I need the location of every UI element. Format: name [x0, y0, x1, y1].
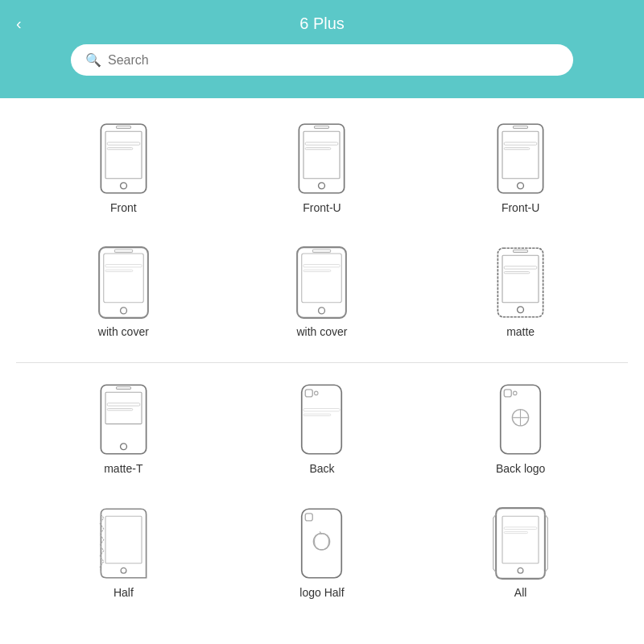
item-label: matte [506, 325, 535, 338]
section-divider [16, 362, 628, 363]
svg-rect-31 [502, 255, 539, 303]
svg-rect-11 [306, 148, 332, 150]
svg-rect-62 [504, 531, 527, 533]
page-title: 6 Plus [299, 14, 345, 33]
svg-rect-17 [504, 148, 530, 150]
svg-rect-1 [105, 131, 142, 179]
header: ‹ 6 Plus 🔍 [0, 0, 644, 98]
svg-rect-9 [315, 126, 329, 129]
item-label: matte-T [104, 462, 142, 475]
svg-rect-4 [107, 142, 140, 145]
phone-icon-logo-half [291, 507, 352, 580]
item-label: Back [309, 462, 334, 475]
svg-rect-23 [105, 270, 133, 271]
back-button[interactable]: ‹ [16, 14, 22, 33]
phone-icon-back [291, 383, 352, 456]
svg-point-32 [518, 307, 524, 313]
svg-rect-27 [313, 250, 332, 252]
svg-rect-41 [107, 409, 133, 411]
svg-point-20 [120, 308, 126, 314]
svg-point-44 [315, 391, 319, 395]
phone-icon-with-cover [93, 246, 154, 319]
phone-icon-front [93, 122, 154, 195]
svg-rect-45 [303, 409, 340, 411]
svg-point-14 [518, 183, 524, 189]
svg-rect-16 [504, 142, 537, 145]
svg-rect-19 [104, 254, 144, 303]
list-item[interactable]: Front-U [274, 122, 370, 214]
svg-rect-59 [502, 516, 539, 564]
item-label: All [514, 586, 527, 599]
phone-icon-matte [490, 246, 551, 319]
phone-icon-front-u2 [490, 122, 551, 195]
svg-rect-46 [303, 414, 331, 415]
list-item[interactable]: Back logo [473, 383, 569, 475]
item-label: with cover [98, 325, 149, 338]
svg-rect-21 [114, 250, 133, 252]
list-item[interactable]: All [473, 507, 569, 599]
svg-point-54 [121, 568, 126, 573]
list-item[interactable]: Back [274, 383, 370, 475]
svg-rect-53 [105, 516, 142, 564]
svg-rect-29 [303, 270, 331, 271]
list-item[interactable]: matte-T [75, 383, 171, 475]
svg-rect-33 [514, 250, 528, 253]
item-label: Back logo [496, 462, 545, 475]
grid-section-3: matte-T Back [0, 375, 644, 499]
svg-rect-35 [504, 272, 530, 274]
svg-rect-3 [116, 126, 130, 129]
svg-rect-40 [107, 403, 140, 406]
svg-rect-25 [302, 254, 342, 303]
phone-icon-matte-t [93, 383, 154, 456]
item-label: Front [110, 201, 137, 214]
list-item[interactable]: Half [75, 507, 171, 599]
item-label: Front-U [303, 201, 341, 214]
svg-point-38 [120, 444, 126, 450]
svg-point-8 [319, 183, 325, 189]
search-input[interactable] [108, 53, 559, 68]
svg-rect-37 [105, 392, 142, 423]
svg-rect-28 [303, 265, 340, 267]
svg-rect-7 [303, 131, 340, 179]
list-item[interactable]: Front [75, 122, 171, 214]
svg-rect-61 [504, 527, 537, 530]
phone-icon-back-logo [490, 383, 551, 456]
item-label: with cover [296, 325, 347, 338]
list-item[interactable]: Front-U [473, 122, 569, 214]
svg-point-52 [514, 391, 518, 395]
item-label: Half [114, 586, 134, 599]
svg-rect-34 [504, 266, 537, 269]
svg-rect-39 [116, 387, 130, 390]
item-label: Front-U [502, 201, 539, 214]
phone-icon-with-cover2 [291, 246, 352, 319]
svg-point-2 [120, 183, 126, 189]
svg-rect-43 [306, 390, 313, 397]
search-bar: 🔍 [71, 44, 573, 76]
phone-icon-half [93, 507, 154, 580]
svg-rect-10 [306, 142, 339, 145]
content-area: Front Front-U Front-U [0, 98, 644, 644]
svg-rect-55 [302, 509, 342, 578]
grid-section-4: Half logo Half [0, 499, 644, 623]
list-item[interactable]: matte [473, 246, 569, 338]
search-icon: 🔍 [85, 52, 101, 68]
list-item[interactable]: with cover [274, 246, 370, 338]
svg-rect-15 [514, 126, 528, 129]
svg-rect-13 [502, 131, 539, 179]
svg-rect-5 [107, 148, 133, 150]
phone-icon-all [490, 507, 551, 580]
svg-rect-22 [105, 265, 142, 267]
phone-icon-front-u [291, 122, 352, 195]
item-label: logo Half [299, 586, 344, 599]
svg-rect-42 [302, 385, 342, 454]
grid-section-2: with cover with cover matte [0, 238, 644, 362]
list-item[interactable]: with cover [75, 246, 171, 338]
svg-point-60 [518, 568, 523, 573]
svg-rect-51 [504, 390, 511, 397]
svg-rect-58 [306, 514, 313, 521]
list-item[interactable]: logo Half [274, 507, 370, 599]
svg-point-26 [319, 308, 325, 314]
grid-section-1: Front Front-U Front-U [0, 114, 644, 238]
